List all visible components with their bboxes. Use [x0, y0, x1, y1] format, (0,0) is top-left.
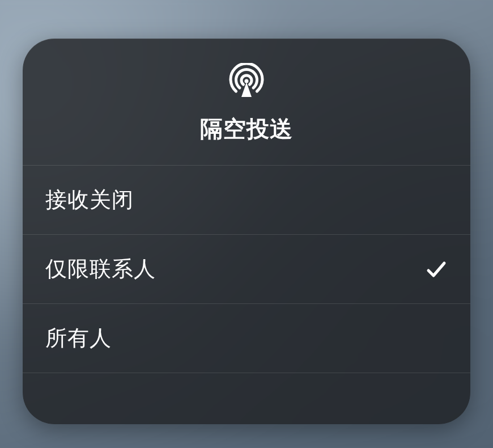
option-contacts-only[interactable]: 仅限联系人: [23, 235, 470, 304]
option-everyone[interactable]: 所有人: [23, 304, 470, 373]
airdrop-settings-panel: 隔空投送 接收关闭 仅限联系人 所有人: [23, 39, 470, 424]
option-label: 接收关闭: [45, 185, 134, 214]
option-label: 所有人: [45, 324, 112, 353]
checkmark-icon: [425, 258, 448, 281]
panel-header: 隔空投送: [23, 39, 470, 166]
airdrop-icon: [227, 61, 266, 101]
option-label: 仅限联系人: [45, 255, 156, 284]
panel-title: 隔空投送: [200, 113, 293, 145]
option-receiving-off[interactable]: 接收关闭: [23, 166, 470, 235]
